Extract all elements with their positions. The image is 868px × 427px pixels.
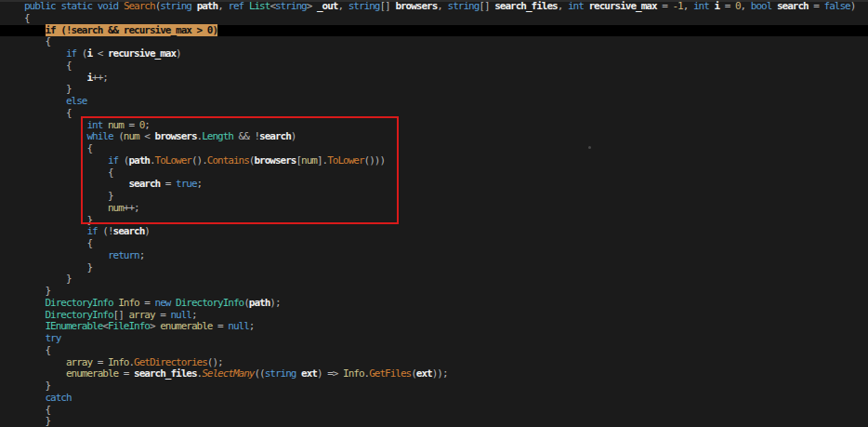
code-line[interactable]: else: [0, 96, 868, 108]
line-content: try: [46, 332, 61, 344]
code-line[interactable]: }: [0, 274, 868, 286]
token-l: num: [124, 130, 139, 142]
token-t: List: [249, 0, 270, 12]
code-line[interactable]: }: [0, 380, 868, 393]
line-content: DirectoryInfo Info = new DirectoryInfo(p…: [46, 297, 281, 309]
indent: [24, 273, 66, 285]
token-kw: int: [568, 0, 584, 12]
code-line[interactable]: i++;: [0, 73, 868, 85]
token-p: search_files: [134, 367, 196, 380]
token-kw: string: [160, 0, 191, 12]
line-content: }: [46, 380, 51, 392]
indent: [24, 24, 46, 36]
token-o: {: [24, 12, 30, 24]
token-o: ())): [364, 154, 386, 167]
token-o: ();: [207, 356, 223, 368]
code-line-highlighted[interactable]: if (!search && recursive_max > 0): [0, 25, 868, 37]
token-o: );: [270, 297, 280, 309]
token-l: num: [301, 154, 317, 167]
token-o: }: [108, 190, 113, 202]
line-content: if (i < recursive_max): [66, 47, 181, 60]
token-p: recursive_max: [588, 0, 656, 12]
token-p: search: [259, 130, 291, 142]
token-o: (: [76, 47, 86, 60]
token-l: num: [108, 119, 124, 131]
token-o: ++;: [92, 72, 108, 84]
code-line[interactable]: return;: [0, 250, 868, 262]
token-o: }: [66, 83, 72, 95]
token-o: ): [144, 225, 150, 237]
token-o: =: [92, 356, 108, 368]
token-o: ;: [197, 178, 203, 190]
decompiler-window: public static void Search(string path, r…: [0, 0, 868, 427]
token-o: ,: [217, 0, 228, 12]
token-o: =: [118, 367, 134, 380]
line-content: {: [46, 35, 51, 47]
indent: [24, 237, 86, 249]
token-o: <: [139, 130, 155, 142]
code-line[interactable]: if (i < recursive_max): [0, 48, 868, 60]
token-kw: catch: [46, 392, 72, 404]
line-content: {: [86, 237, 92, 249]
token-kw: else: [66, 95, 87, 107]
token-kw: string: [275, 0, 307, 12]
token-t: FileInfo: [108, 320, 150, 332]
token-o: {: [86, 142, 92, 154]
token-l: num: [108, 202, 124, 214]
code-line[interactable]: search = true;: [0, 179, 868, 191]
code-line[interactable]: }: [0, 262, 868, 274]
token-kw: ref: [228, 0, 243, 12]
token-kw: while: [86, 130, 112, 142]
indent: [24, 60, 66, 72]
line-content: {: [66, 60, 72, 72]
indent: [24, 142, 86, 154]
code-line[interactable]: try: [0, 333, 868, 345]
token-o: >: [307, 0, 317, 12]
code-line[interactable]: IEnumerable<FileInfo> enumerable = null;: [0, 321, 868, 333]
token-o: {: [86, 237, 92, 249]
token-p: search_files: [494, 0, 557, 12]
token-kw: bool: [751, 0, 772, 12]
token-o: =: [809, 0, 824, 12]
token-o: ].: [317, 154, 327, 167]
code-line[interactable]: if (path.ToLower().Contains(browsers[num…: [0, 155, 868, 167]
token-o: =: [719, 0, 735, 12]
code-line[interactable]: {: [0, 405, 868, 417]
indent: [24, 47, 66, 60]
token-o: ,: [338, 0, 349, 12]
code-line[interactable]: while (num < browsers.Length && !search): [0, 131, 868, 143]
code-line[interactable]: public static void Search(string path, r…: [0, 1, 868, 13]
code-line[interactable]: catch: [0, 393, 868, 405]
token-o: ((: [254, 367, 264, 380]
code-line[interactable]: num++;: [0, 203, 868, 215]
token-o: {: [66, 107, 72, 119]
token-p: _out: [317, 0, 338, 12]
token-o: && !: [233, 130, 259, 142]
token-kw: new: [155, 297, 171, 309]
code-line[interactable]: if (!search): [0, 226, 868, 238]
indent: [24, 119, 86, 131]
line-content: IEnumerable<FileInfo> enumerable = null;: [46, 320, 255, 332]
line-content: }: [108, 190, 113, 202]
line-content: i++;: [86, 72, 108, 84]
code-line[interactable]: enumerable = search_files.SelectMany((st…: [0, 368, 868, 380]
token-o: ,: [558, 0, 568, 12]
token-o: ): [176, 47, 181, 60]
token-kw: null: [228, 320, 249, 332]
code-line[interactable]: {: [0, 60, 868, 73]
token-m: Search: [124, 0, 155, 12]
token-kw: string: [265, 367, 296, 380]
line-content: }: [86, 214, 92, 226]
code-area[interactable]: public static void Search(string path, r…: [0, 1, 868, 427]
token-o: ,: [437, 0, 447, 12]
indent: [24, 72, 86, 84]
line-content: {: [66, 107, 72, 119]
token-kw: int: [86, 119, 102, 131]
indent: [24, 356, 66, 368]
token-o: ;: [191, 309, 197, 321]
code-line[interactable]: }: [0, 416, 868, 427]
token-o: =: [139, 297, 155, 309]
token-kw: false: [824, 0, 850, 12]
token-o: ): [850, 0, 856, 12]
code-line[interactable]: }: [0, 84, 868, 96]
